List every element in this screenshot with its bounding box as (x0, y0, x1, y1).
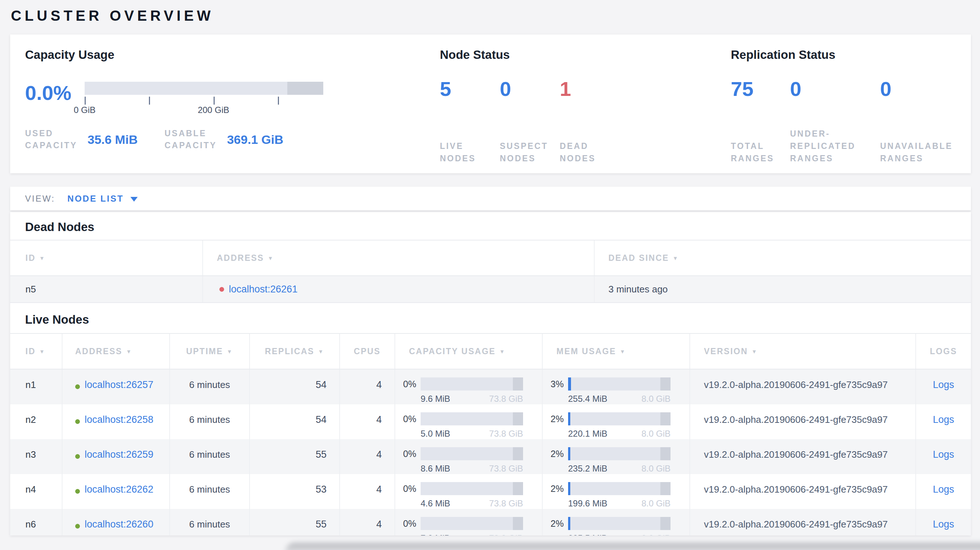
bar-reserved-segment (660, 447, 671, 460)
capacity-usage-bar (421, 412, 523, 425)
col-header-replicas[interactable]: REPLICAS (250, 334, 340, 369)
usage-percent: 0% (395, 379, 416, 389)
used-value: 5.0 MiB (421, 429, 450, 439)
mem-usage-bar (568, 412, 671, 425)
page-title: CLUSTER OVERVIEW (0, 0, 980, 24)
used-value: 199.6 MiB (568, 498, 607, 509)
live-status-dot-icon (75, 524, 80, 529)
live-status-dot-icon (75, 489, 80, 494)
stat-value: 5 (440, 78, 500, 100)
bar-reserved-segment (660, 482, 671, 495)
col-header-version[interactable]: VERSION (690, 334, 916, 369)
node-id: n3 (25, 449, 36, 460)
logs-link[interactable]: Logs (933, 483, 954, 495)
replication-status-section: Replication Status 75 TOTAL RANGES 0 UND… (731, 48, 971, 173)
version-value: v19.2.0-alpha.20190606-2491-gfe735c9a97 (704, 379, 888, 391)
stat-label: DEAD NODES (560, 140, 614, 165)
usage-percent: 2% (542, 414, 564, 424)
total-value: 8.0 GiB (641, 429, 671, 439)
used-value: 220.1 MiB (568, 429, 607, 439)
bar-reserved-segment (513, 412, 523, 425)
bar-reserved-segment (513, 517, 523, 530)
col-header-logs: LOGS (916, 334, 971, 369)
usage-percent: 2% (542, 483, 564, 494)
capacity-tick-label: 200 GiB (197, 105, 229, 115)
nodes-tables-card: Dead Nodes ID ADDRESS DEAD SINCE n5 loca… (10, 212, 971, 536)
total-value: 73.8 GiB (489, 498, 523, 509)
used-value: 4.6 MiB (421, 498, 450, 509)
live-status-dot-icon (75, 384, 80, 389)
total-value: 8.0 GiB (641, 464, 671, 474)
stat-total-ranges: 75 TOTAL RANGES (731, 78, 790, 165)
logs-link[interactable]: Logs (933, 449, 954, 460)
col-header-id[interactable]: ID (10, 240, 203, 275)
col-header-uptime[interactable]: UPTIME (170, 334, 250, 369)
used-value: 7.8 MiB (421, 533, 450, 536)
node-id: n6 (25, 518, 36, 530)
sort-desc-icon (673, 255, 679, 261)
capacity-percent: 0.0% (25, 83, 84, 103)
capacity-usage-title: Capacity Usage (25, 48, 440, 62)
bar-used-fill (568, 412, 570, 425)
node-address-link[interactable]: localhost:26261 (229, 283, 298, 295)
col-header-mem-usage[interactable]: MEM USAGE (542, 334, 690, 369)
capacity-bar-chart: 0 GiB 200 GiB (84, 82, 323, 117)
bar-used-fill (568, 447, 570, 460)
version-value: v19.2.0-alpha.20190606-2491-gfe735c9a97 (704, 483, 888, 495)
bar-reserved-segment (513, 377, 523, 391)
col-header-id[interactable]: ID (10, 334, 62, 369)
stat-label: LIVE NODES (440, 140, 494, 165)
live-node-row: n1 localhost:26257 6 minutes 54 4 0% 9.6… (10, 369, 971, 404)
version-value: v19.2.0-alpha.20190606-2491-gfe735c9a97 (704, 414, 888, 425)
capacity-usage-bar (421, 377, 523, 391)
usage-percent: 2% (542, 449, 564, 459)
col-header-address[interactable]: ADDRESS (62, 334, 170, 369)
bar-reserved-segment (660, 412, 671, 425)
capacity-bar-reserved-segment (287, 82, 323, 95)
used-capacity-value: 35.6 MiB (88, 133, 138, 147)
bar-used-fill (568, 377, 571, 391)
used-capacity-metric: USED CAPACITY 35.6 MiB (25, 127, 138, 151)
node-list-dropdown[interactable]: NODE LIST (68, 194, 138, 204)
dead-since-value: 3 minutes ago (608, 283, 668, 295)
node-address-link[interactable]: localhost:26257 (84, 379, 153, 391)
dead-status-dot-icon (220, 287, 224, 292)
col-header-address[interactable]: ADDRESS (203, 240, 595, 275)
mem-usage-cell: 2% 225.5 MiB8.0 GiB (542, 509, 690, 536)
axis-tick (278, 97, 279, 105)
node-status-section: Node Status 5 LIVE NODES 0 SUSPECT NODES… (440, 48, 731, 173)
bar-reserved-segment (660, 517, 671, 530)
stat-value: 0 (500, 78, 560, 100)
total-value: 8.0 GiB (641, 533, 671, 536)
mem-usage-bar (568, 447, 671, 460)
replicas-count: 53 (316, 483, 326, 495)
bottom-edge-shadow (285, 543, 980, 550)
cpus-count: 4 (376, 414, 382, 425)
capacity-axis-ticks (84, 95, 323, 105)
usage-percent: 0% (395, 414, 416, 424)
stat-under-replicated-ranges: 0 UNDER-REPLICATED RANGES (790, 78, 880, 165)
version-value: v19.2.0-alpha.20190606-2491-gfe735c9a97 (704, 449, 888, 460)
stat-label: UNAVAILABLE RANGES (880, 140, 958, 165)
stat-label: SUSPECT NODES (500, 140, 554, 165)
node-address-link[interactable]: localhost:26259 (84, 449, 153, 460)
dead-nodes-table-header: ID ADDRESS DEAD SINCE (10, 240, 971, 276)
col-header-capacity-usage[interactable]: CAPACITY USAGE (395, 334, 542, 369)
col-header-cpus: CPUS (340, 334, 395, 369)
stat-label: UNDER-REPLICATED RANGES (790, 127, 868, 165)
logs-link[interactable]: Logs (933, 414, 954, 425)
mem-usage-cell: 2% 220.1 MiB8.0 GiB (542, 404, 690, 439)
live-node-row: n4 localhost:26262 6 minutes 53 4 0% 4.6… (10, 474, 971, 509)
node-id: n2 (25, 414, 36, 425)
node-list-dropdown-value: NODE LIST (68, 194, 124, 204)
logs-link[interactable]: Logs (933, 379, 954, 391)
col-header-dead-since[interactable]: DEAD SINCE (595, 240, 971, 275)
sort-desc-icon (39, 255, 45, 261)
node-id: n4 (25, 483, 36, 495)
version-value: v19.2.0-alpha.20190606-2491-gfe735c9a97 (704, 518, 888, 530)
live-node-row: n2 localhost:26258 6 minutes 54 4 0% 5.0… (10, 404, 971, 439)
logs-link[interactable]: Logs (933, 518, 954, 530)
node-address-link[interactable]: localhost:26260 (84, 518, 153, 530)
node-address-link[interactable]: localhost:26258 (84, 414, 153, 425)
node-address-link[interactable]: localhost:26262 (84, 483, 153, 495)
